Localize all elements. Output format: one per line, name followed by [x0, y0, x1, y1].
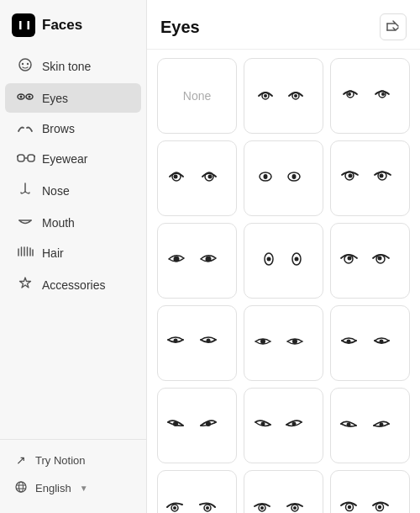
- eye-option-13[interactable]: [244, 388, 323, 463]
- sidebar: Faces Skin tone: [0, 0, 147, 513]
- svg-point-54: [377, 256, 381, 261]
- none-label: None: [183, 89, 211, 103]
- svg-point-56: [206, 339, 210, 343]
- svg-point-63: [260, 422, 265, 426]
- svg-point-1: [19, 59, 31, 71]
- svg-point-30: [348, 93, 351, 96]
- sidebar-item-hair-label: Hair: [42, 246, 64, 260]
- svg-point-59: [346, 340, 350, 344]
- sidebar-item-nose[interactable]: Nose: [5, 174, 141, 207]
- svg-point-50: [294, 257, 298, 262]
- svg-point-38: [263, 174, 267, 179]
- sidebar-title: Faces: [42, 17, 82, 34]
- chevron-down-icon: ▼: [80, 484, 88, 493]
- sidebar-item-nose-label: Nose: [42, 184, 70, 198]
- svg-point-60: [379, 340, 383, 344]
- svg-point-65: [346, 423, 350, 427]
- sidebar-item-eyes[interactable]: Eyes: [5, 83, 141, 113]
- sidebar-item-mouth-label: Mouth: [42, 216, 75, 230]
- svg-point-44: [379, 174, 383, 178]
- skin-tone-icon: [17, 57, 34, 75]
- eye-option-17[interactable]: [330, 470, 410, 513]
- eye-option-2[interactable]: [330, 58, 410, 134]
- svg-point-64: [291, 422, 296, 426]
- shuffle-button[interactable]: [380, 13, 407, 40]
- eye-option-14[interactable]: [330, 388, 410, 463]
- svg-point-55: [173, 339, 177, 343]
- svg-point-57: [260, 339, 265, 344]
- sidebar-item-hair[interactable]: Hair: [5, 238, 141, 267]
- svg-point-72: [260, 506, 264, 510]
- svg-rect-9: [28, 155, 34, 161]
- eye-option-15[interactable]: [157, 470, 237, 513]
- svg-point-68: [173, 506, 176, 510]
- svg-point-34: [173, 175, 177, 179]
- notion-logo-icon: [12, 13, 35, 37]
- try-notion-label: Try Notion: [35, 454, 85, 467]
- sidebar-logo: Faces: [0, 10, 146, 49]
- sidebar-item-eyes-label: Eyes: [42, 92, 68, 105]
- eye-option-8[interactable]: [330, 223, 410, 299]
- eyes-icon: [17, 91, 34, 105]
- english-label: English: [35, 482, 71, 494]
- eye-option-12[interactable]: [157, 388, 237, 463]
- mouth-icon: [17, 215, 34, 230]
- svg-point-76: [347, 505, 350, 509]
- eye-option-1[interactable]: [244, 58, 323, 134]
- svg-point-40: [291, 174, 296, 179]
- eyes-grid-container: None: [147, 50, 420, 513]
- eye-option-6[interactable]: [157, 223, 237, 299]
- eye-option-9[interactable]: [157, 305, 237, 381]
- eye-option-10[interactable]: [244, 305, 323, 381]
- sidebar-item-eyewear[interactable]: Eyewear: [5, 144, 141, 173]
- main-content: Eyes None: [147, 0, 420, 513]
- try-notion-button[interactable]: ↗ Try Notion: [5, 447, 141, 473]
- eye-option-5[interactable]: [330, 140, 410, 216]
- eye-option-none[interactable]: None: [157, 58, 237, 134]
- svg-point-36: [207, 175, 212, 179]
- main-header: Eyes: [147, 0, 420, 50]
- eye-option-4[interactable]: [244, 140, 323, 216]
- eyes-grid: None: [157, 58, 410, 513]
- svg-point-32: [381, 93, 385, 96]
- svg-point-66: [379, 423, 383, 427]
- eye-option-16[interactable]: [244, 470, 323, 513]
- svg-point-45: [173, 256, 179, 262]
- svg-point-2: [22, 63, 24, 65]
- nose-icon: [17, 182, 34, 199]
- svg-point-46: [205, 256, 211, 262]
- svg-point-7: [29, 96, 31, 98]
- sidebar-item-mouth[interactable]: Mouth: [5, 208, 141, 237]
- sidebar-item-brows[interactable]: Brows: [5, 114, 141, 143]
- accessories-icon: [17, 276, 34, 294]
- svg-point-78: [377, 505, 381, 509]
- svg-point-26: [264, 94, 267, 98]
- sidebar-item-accessories-label: Accessories: [42, 278, 105, 292]
- brows-icon: [17, 121, 34, 135]
- sidebar-item-eyewear-label: Eyewear: [42, 152, 87, 166]
- svg-point-42: [348, 174, 352, 178]
- hair-icon: [17, 246, 34, 260]
- english-button[interactable]: English ▼: [5, 473, 141, 503]
- svg-point-6: [20, 96, 23, 98]
- svg-point-61: [173, 421, 178, 426]
- sidebar-item-brows-label: Brows: [42, 122, 75, 135]
- globe-icon: [13, 480, 29, 496]
- eye-option-3[interactable]: [157, 140, 237, 216]
- sidebar-nav: Skin tone Eyes Brows: [0, 49, 146, 439]
- try-notion-icon: ↗: [13, 453, 29, 467]
- svg-point-20: [16, 482, 26, 492]
- svg-point-48: [266, 257, 270, 262]
- sidebar-item-accessories[interactable]: Accessories: [5, 268, 141, 301]
- svg-point-74: [293, 506, 297, 510]
- svg-point-62: [206, 421, 211, 426]
- eye-option-7[interactable]: [244, 223, 323, 299]
- eyewear-icon: [17, 151, 34, 166]
- sidebar-item-skin-tone[interactable]: Skin tone: [5, 50, 141, 82]
- svg-point-28: [294, 94, 297, 98]
- sidebar-footer: ↗ Try Notion English ▼: [0, 439, 146, 506]
- page-title: Eyes: [160, 18, 200, 37]
- svg-point-52: [347, 256, 351, 261]
- sidebar-item-skin-tone-label: Skin tone: [42, 60, 91, 73]
- eye-option-11[interactable]: [330, 305, 410, 381]
